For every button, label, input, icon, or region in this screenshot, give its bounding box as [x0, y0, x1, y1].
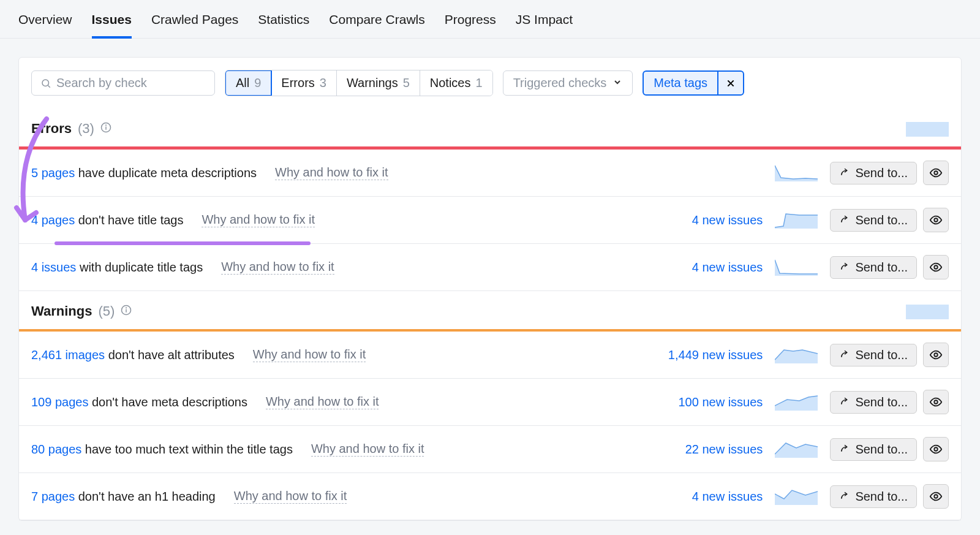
send-to-button[interactable]: Send to... [830, 209, 917, 232]
annotation-arrow [13, 116, 53, 232]
issue-description: 7 pages don't have an h1 heading [31, 490, 216, 504]
tab-overview[interactable]: Overview [18, 12, 72, 38]
svg-point-18 [934, 495, 938, 498]
svg-rect-7 [906, 122, 949, 137]
view-button[interactable] [923, 437, 949, 461]
why-how-fix-link[interactable]: Why and how to fix it [221, 260, 334, 275]
filter-count: 3 [320, 76, 326, 90]
search-input[interactable] [56, 76, 206, 90]
svg-rect-14 [906, 305, 949, 319]
filter-warnings[interactable]: Warnings5 [337, 70, 420, 96]
tab-compare-crawls[interactable]: Compare Crawls [329, 12, 424, 38]
eye-icon [929, 442, 943, 456]
issue-row: 109 pages don't have meta descriptionsWh… [19, 379, 961, 426]
issue-row: 4 pages don't have title tagsWhy and how… [19, 197, 961, 244]
issue-count-link[interactable]: 7 pages [31, 490, 75, 503]
issue-description: 5 pages have duplicate meta descriptions [31, 166, 257, 180]
row-sparkline [775, 259, 818, 276]
new-issues-link[interactable]: 4 new issues [692, 260, 763, 275]
share-arrow-icon [839, 262, 850, 273]
section-header-warnings: Warnings (5) [19, 291, 961, 329]
issues-card: All9Errors3Warnings5Notices1 Triggered c… [18, 57, 962, 521]
send-to-button[interactable]: Send to... [830, 391, 917, 414]
filter-label: Warnings [347, 76, 398, 90]
send-to-button[interactable]: Send to... [830, 485, 917, 508]
tab-issues[interactable]: Issues [92, 12, 132, 38]
search-input-wrap[interactable] [31, 70, 215, 96]
view-button[interactable] [923, 161, 949, 185]
why-how-fix-link[interactable]: Why and how to fix it [275, 165, 388, 180]
send-to-button[interactable]: Send to... [830, 344, 917, 366]
eye-icon [929, 395, 943, 409]
filter-count: 9 [254, 76, 261, 90]
filter-segmented: All9Errors3Warnings5Notices1 [225, 70, 493, 96]
issue-count-link[interactable]: 109 pages [31, 395, 88, 409]
chevron-down-icon [612, 76, 622, 90]
issue-left: 2,461 images don't have alt attributesWh… [31, 347, 366, 362]
tab-statistics[interactable]: Statistics [258, 12, 309, 38]
row-actions: Send to... [830, 343, 949, 367]
eye-icon [929, 166, 943, 180]
eye-icon [929, 348, 943, 362]
row-actions: Send to... [830, 437, 949, 461]
section-title: Warnings [31, 303, 92, 319]
view-button[interactable] [923, 484, 949, 509]
issue-count-link[interactable]: 80 pages [31, 442, 81, 456]
filter-all[interactable]: All9 [225, 70, 272, 96]
new-issues-link[interactable]: 4 new issues [692, 213, 763, 227]
issue-left: 5 pages have duplicate meta descriptions… [31, 165, 388, 180]
new-issues-link[interactable]: 4 new issues [692, 490, 763, 504]
eye-icon [929, 260, 943, 274]
filter-count: 1 [476, 76, 483, 90]
svg-point-13 [126, 307, 127, 308]
filter-label: Errors [281, 76, 314, 90]
filter-errors[interactable]: Errors3 [271, 70, 337, 96]
issue-description: 109 pages don't have meta descriptions [31, 395, 247, 409]
info-icon[interactable] [100, 122, 111, 136]
why-how-fix-link[interactable]: Why and how to fix it [234, 489, 347, 504]
send-to-button[interactable]: Send to... [830, 256, 917, 279]
filter-chip-meta-tags: Meta tags [643, 70, 744, 96]
filter-notices[interactable]: Notices1 [420, 70, 492, 96]
issue-count-link[interactable]: 2,461 images [31, 348, 105, 362]
svg-point-10 [934, 265, 938, 269]
issue-count-link[interactable]: 4 issues [31, 260, 76, 274]
new-issues-link[interactable]: 100 new issues [679, 395, 763, 409]
issue-description: 4 issues with duplicate title tags [31, 260, 203, 275]
why-how-fix-link[interactable]: Why and how to fix it [266, 395, 379, 409]
svg-point-9 [934, 218, 938, 222]
view-button[interactable] [923, 390, 949, 414]
tab-js-impact[interactable]: JS Impact [516, 12, 573, 38]
why-how-fix-link[interactable]: Why and how to fix it [311, 442, 424, 457]
svg-point-15 [934, 353, 938, 357]
svg-line-1 [48, 85, 50, 87]
row-actions: Send to... [830, 208, 949, 232]
svg-point-6 [106, 124, 107, 125]
new-issues-link[interactable]: 22 new issues [685, 442, 763, 457]
annotation-highlight [55, 241, 311, 245]
tab-crawled-pages[interactable]: Crawled Pages [151, 12, 238, 38]
why-how-fix-link[interactable]: Why and how to fix it [202, 213, 315, 227]
row-sparkline [775, 164, 818, 181]
view-button[interactable] [923, 255, 949, 279]
svg-point-0 [42, 80, 49, 86]
filter-chip-close[interactable] [717, 72, 743, 94]
filter-label: Notices [430, 76, 471, 90]
share-arrow-icon [839, 349, 850, 360]
view-button[interactable] [923, 208, 949, 232]
toolbar: All9Errors3Warnings5Notices1 Triggered c… [19, 58, 961, 108]
send-to-button[interactable]: Send to... [830, 162, 917, 184]
triggered-checks-dropdown[interactable]: Triggered checks [503, 70, 633, 96]
info-icon[interactable] [121, 305, 132, 319]
section-sparkline [906, 121, 949, 137]
send-to-button[interactable]: Send to... [830, 438, 917, 461]
send-to-label: Send to... [855, 213, 908, 227]
why-how-fix-link[interactable]: Why and how to fix it [253, 347, 366, 362]
issue-row: 7 pages don't have an h1 headingWhy and … [19, 473, 961, 520]
row-sparkline [775, 441, 818, 458]
filter-count: 5 [403, 76, 410, 90]
tab-progress[interactable]: Progress [445, 12, 496, 38]
row-actions: Send to... [830, 484, 949, 509]
new-issues-link[interactable]: 1,449 new issues [668, 348, 763, 362]
view-button[interactable] [923, 343, 949, 367]
